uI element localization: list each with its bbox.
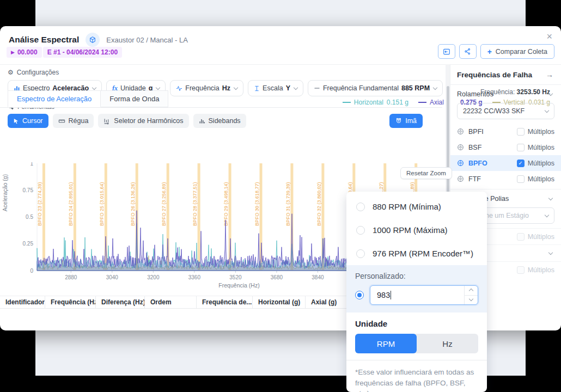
col-ordem: Ordem — [144, 296, 196, 308]
compare-collection-label: Comparar Coleta — [496, 48, 547, 56]
chevron-up-icon — [469, 289, 473, 293]
svg-text:0: 0 — [30, 268, 33, 274]
share-icon — [464, 48, 471, 55]
chevron-down-icon — [548, 250, 553, 254]
collection-tags: ▶ 00.000 E #1 - 04/06/2024 12:00 — [7, 47, 122, 58]
radio-unselected[interactable] — [356, 203, 365, 211]
play-time-tag[interactable]: ▶ 00.000 — [7, 47, 42, 58]
col-diferenca: Diferença (Hz) — [95, 296, 144, 308]
unit-section: Unidade RPM Hz — [346, 313, 487, 360]
fundamental-frequency-popup: 880 RPM (Mínima) 1000 RPM (Máxima) 976 R… — [346, 192, 487, 392]
tab-waveform[interactable]: Forma de Onda — [101, 90, 168, 107]
chevron-down-icon — [548, 195, 553, 200]
rpm-option-min[interactable]: 880 RPM (Mínima) — [346, 195, 487, 218]
svg-text:BPFO 30 (3.618,77): BPFO 30 (3.618,77) — [254, 182, 260, 226]
bearing-icon — [457, 160, 464, 167]
plus-icon: + — [487, 47, 492, 56]
col-axial: Axial (g) — [305, 296, 346, 308]
number-spinner — [464, 286, 478, 304]
close-icon[interactable]: × — [546, 32, 552, 41]
svg-text:0.5: 0.5 — [26, 214, 33, 220]
col-frequencia-de: Frequência de... — [196, 296, 252, 308]
asset-3d-badge[interactable] — [86, 33, 100, 47]
modal-header: Análise Espectral Exaustor 02 / Mancal -… — [9, 33, 188, 47]
multiples-toggle[interactable]: Múltiplos — [517, 128, 554, 136]
chevron-down-icon — [545, 212, 549, 217]
sidebar-title: Frequências de Falha — [457, 71, 532, 79]
svg-text:BPFO 28 (3.377,51): BPFO 28 (3.377,51) — [192, 182, 198, 226]
tab-acceleration-spectrum[interactable]: Espectro de Aceleração — [8, 90, 101, 107]
multiples-toggle-disabled: Múltiplos — [517, 233, 554, 241]
svg-text:BPFO 27 (3.256,89): BPFO 27 (3.256,89) — [161, 182, 167, 226]
svg-text:0.75: 0.75 — [23, 187, 34, 193]
play-icon: ▶ — [11, 50, 15, 55]
chevron-down-icon — [545, 108, 549, 112]
svg-text:Frequência (Hz): Frequência (Hz) — [218, 282, 259, 289]
play-time-value: 00.000 — [17, 48, 38, 56]
svg-text:BPFO 26 (3.136,26): BPFO 26 (3.136,26) — [130, 182, 136, 226]
svg-text:2880: 2880 — [65, 274, 77, 280]
svg-text:3360: 3360 — [188, 274, 201, 280]
col-identificador: Identificador — [0, 296, 45, 308]
rpm-option-encoder[interactable]: 976 RPM (RPM Encoder™) — [346, 242, 487, 265]
svg-text:3200: 3200 — [147, 274, 160, 280]
col-horizontal: Horizontal (g) — [252, 296, 305, 308]
compare-collection-button[interactable]: + Comparar Coleta — [480, 44, 554, 59]
checkbox[interactable] — [517, 144, 525, 151]
multiples-toggle-disabled: Múltiplos — [517, 266, 554, 274]
svg-text:3040: 3040 — [106, 274, 119, 280]
collapse-arrow-icon[interactable]: → — [546, 70, 553, 79]
checkbox-checked[interactable]: ✓ — [517, 160, 525, 167]
unit-option-hz[interactable]: Hz — [417, 334, 478, 353]
reset-zoom-button[interactable]: Resetar Zoom — [400, 167, 452, 179]
legend-dash — [343, 102, 351, 103]
fault-row-bsf[interactable]: BSF Múltiplos — [450, 139, 561, 155]
svg-text:BPFO 31 (3.739,39): BPFO 31 (3.739,39) — [285, 182, 291, 226]
bearing-icon — [457, 144, 464, 151]
multiples-toggle[interactable]: Múltiplos — [517, 144, 554, 151]
custom-rpm-input[interactable]: 983 — [370, 285, 478, 305]
export-button[interactable] — [438, 44, 455, 59]
checkbox[interactable] — [517, 128, 525, 136]
svg-text:BPFO 29 (3.498,14): BPFO 29 (3.498,14) — [223, 182, 229, 226]
radio-unselected[interactable] — [356, 249, 365, 258]
legend-item-horizontal[interactable]: Horizontal 0.151 g — [343, 99, 408, 106]
header-actions: + Comparar Coleta — [438, 44, 554, 59]
svg-text:3680: 3680 — [271, 274, 283, 280]
checkbox[interactable] — [517, 175, 525, 183]
bearing-icon — [457, 128, 464, 135]
unit-label: Unidade — [355, 319, 478, 328]
bearing-select[interactable]: 22232 CC/W33 SKF — [457, 103, 554, 119]
share-button[interactable] — [459, 44, 477, 59]
svg-text:1: 1 — [30, 162, 33, 167]
radio-selected[interactable] — [355, 291, 364, 299]
chevron-down-icon — [234, 85, 238, 89]
custom-rpm-section: Personalizado: 983 — [346, 265, 487, 313]
tabs-underline — [0, 107, 442, 108]
text-caret — [391, 291, 391, 299]
chevron-down-icon — [92, 85, 96, 89]
unit-segmented-control: RPM Hz — [355, 334, 478, 353]
fault-row-bpfi[interactable]: BPFI Múltiplos — [450, 124, 561, 139]
multiples-toggle[interactable]: ✓ Múltiplos — [517, 160, 554, 167]
rpm-option-max[interactable]: 1000 RPM (Máxima) — [346, 218, 487, 242]
chevron-down-icon — [156, 85, 160, 89]
screen: Análise Espectral Exaustor 02 / Mancal -… — [0, 0, 561, 392]
spinner-down-button[interactable] — [465, 295, 478, 305]
y-axis-label: Aceleração (g) — [2, 163, 8, 223]
multiples-toggle[interactable]: Múltiplos — [517, 175, 554, 183]
bearings-section-header[interactable]: Rolamentos — [450, 85, 561, 101]
gear-icon: ⚙ — [8, 69, 14, 76]
spinner-up-button[interactable] — [465, 286, 478, 295]
legend-dash — [418, 102, 426, 103]
unit-option-rpm[interactable]: RPM — [355, 334, 417, 353]
fault-row-bpfo[interactable]: BPFO ✓ Múltiplos — [450, 155, 561, 171]
svg-text:BPFO 24 (2.895,01): BPFO 24 (2.895,01) — [68, 182, 74, 226]
fault-row-ftf[interactable]: FTF Múltiplos — [450, 171, 561, 187]
sidebar-title-row: Frequências de Falha → — [450, 64, 561, 85]
custom-rpm-label: Personalizado: — [355, 272, 478, 280]
bearing-icon — [457, 175, 464, 182]
svg-text:BPFO 32 (3.860,02): BPFO 32 (3.860,02) — [316, 182, 322, 226]
radio-unselected[interactable] — [356, 226, 365, 235]
chevron-down-icon — [548, 91, 553, 95]
